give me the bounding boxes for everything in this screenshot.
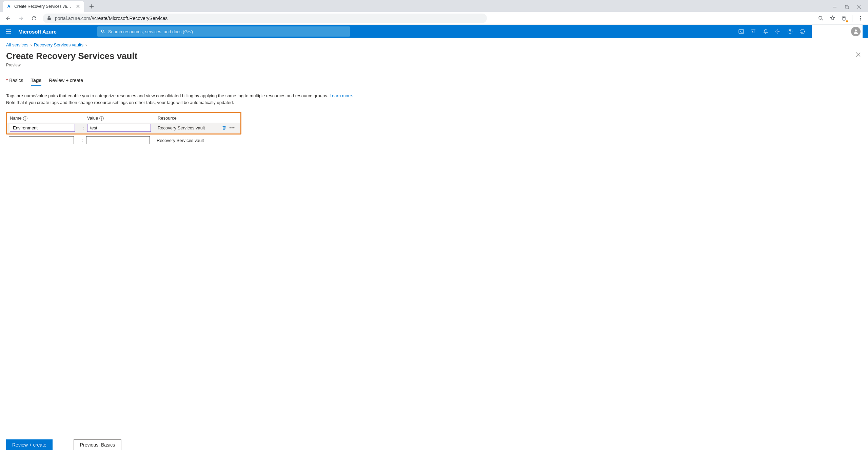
table-header: Namei Valuei Resource — [7, 113, 240, 123]
more-icon[interactable]: ••• — [229, 125, 235, 130]
settings-icon[interactable] — [775, 29, 781, 34]
browser-tab-bar: Create Recovery Services vault - — [0, 0, 868, 12]
table-row: : Recovery Services vault — [6, 135, 241, 145]
chevron-right-icon: › — [31, 42, 32, 47]
svg-point-16 — [855, 29, 857, 32]
tag-value-input[interactable] — [87, 124, 151, 132]
directory-filter-icon[interactable] — [751, 29, 756, 34]
page-header: Create Recovery Services vault Preview — [6, 51, 862, 67]
header-value: Valuei — [87, 116, 154, 121]
azure-header: Microsoft Azure — [0, 25, 868, 38]
svg-point-7 — [860, 19, 861, 20]
svg-rect-3 — [843, 16, 845, 20]
tags-description: Tags are name/value pairs that enable yo… — [6, 92, 862, 106]
info-icon[interactable]: i — [99, 116, 104, 121]
page-title: Create Recovery Services vault — [6, 51, 137, 61]
svg-point-6 — [860, 18, 861, 19]
azure-search[interactable] — [97, 26, 350, 37]
colon-separator: : — [80, 125, 87, 130]
feedback-icon[interactable] — [800, 29, 805, 34]
azure-logo[interactable]: Microsoft Azure — [18, 29, 57, 35]
close-blade-icon[interactable] — [854, 51, 862, 58]
tag-name-input[interactable] — [10, 124, 75, 132]
svg-point-13 — [800, 29, 805, 34]
tab-title: Create Recovery Services vault - — [14, 4, 73, 9]
azure-favicon — [6, 4, 12, 9]
close-window-icon[interactable] — [857, 5, 861, 9]
back-button[interactable] — [4, 14, 12, 22]
tag-name-input[interactable] — [9, 136, 74, 144]
svg-rect-4 — [843, 17, 845, 18]
main-content: All services › Recovery Services vaults … — [0, 38, 868, 434]
reload-button[interactable] — [30, 14, 38, 22]
browser-toolbar: portal.azure.com/#create/Microsoft.Recov… — [0, 12, 868, 25]
hamburger-icon[interactable] — [5, 28, 12, 35]
cloud-shell-icon[interactable] — [738, 29, 744, 34]
notifications-icon[interactable] — [763, 29, 768, 34]
page-subtitle: Preview — [6, 63, 137, 67]
star-icon[interactable] — [829, 15, 836, 22]
search-icon — [101, 29, 105, 34]
tab-tags[interactable]: Tags — [31, 78, 42, 86]
resource-label: Recovery Services vault — [157, 138, 204, 143]
tab-review-create[interactable]: Review + create — [49, 78, 83, 86]
new-tab-button[interactable] — [87, 2, 96, 11]
colon-separator: : — [79, 138, 86, 143]
delete-icon[interactable] — [222, 125, 226, 130]
tag-value-input[interactable] — [86, 136, 150, 144]
svg-rect-1 — [846, 6, 849, 9]
form-tabs: Basics Tags Review + create — [6, 78, 862, 86]
svg-rect-9 — [739, 29, 744, 34]
learn-more-link[interactable]: Learn more. — [330, 93, 353, 98]
header-resource: Resource — [154, 116, 238, 121]
lock-icon — [47, 16, 52, 21]
svg-point-12 — [790, 33, 790, 33]
maximize-icon[interactable] — [845, 5, 849, 9]
tab-basics[interactable]: Basics — [6, 78, 23, 86]
highlight-annotation: Namei Valuei Resource : Recovery Service… — [6, 112, 241, 135]
info-icon[interactable]: i — [23, 116, 27, 121]
zoom-icon[interactable] — [817, 15, 824, 22]
svg-point-10 — [777, 31, 778, 32]
tab-close-icon[interactable] — [75, 4, 81, 9]
extension-icon[interactable] — [841, 15, 847, 22]
help-icon[interactable] — [787, 29, 793, 34]
url-text: portal.azure.com/#create/Microsoft.Recov… — [55, 16, 167, 21]
svg-point-14 — [801, 31, 802, 32]
forward-button[interactable] — [17, 14, 25, 22]
avatar-icon — [851, 27, 861, 36]
browser-tab[interactable]: Create Recovery Services vault - — [3, 1, 84, 12]
breadcrumb: All services › Recovery Services vaults … — [6, 42, 862, 47]
menu-icon[interactable] — [857, 15, 864, 22]
header-name: Namei — [10, 116, 80, 121]
account-area[interactable] — [812, 25, 863, 38]
table-row: : Recovery Services vault ••• — [7, 123, 240, 133]
svg-point-5 — [860, 16, 861, 17]
tags-table: Namei Valuei Resource : Recovery Service… — [6, 112, 862, 146]
breadcrumb-link-vaults[interactable]: Recovery Services vaults — [34, 42, 83, 47]
resource-label: Recovery Services vault — [158, 125, 205, 130]
address-bar[interactable]: portal.azure.com/#create/Microsoft.Recov… — [43, 14, 487, 23]
search-input[interactable] — [108, 29, 347, 34]
chevron-right-icon: › — [85, 42, 87, 47]
svg-point-15 — [803, 31, 804, 32]
svg-point-2 — [819, 16, 822, 19]
window-controls — [833, 5, 868, 12]
breadcrumb-link-all-services[interactable]: All services — [6, 42, 28, 47]
divider — [852, 15, 852, 22]
minimize-icon[interactable] — [833, 5, 837, 9]
svg-point-8 — [101, 30, 104, 32]
